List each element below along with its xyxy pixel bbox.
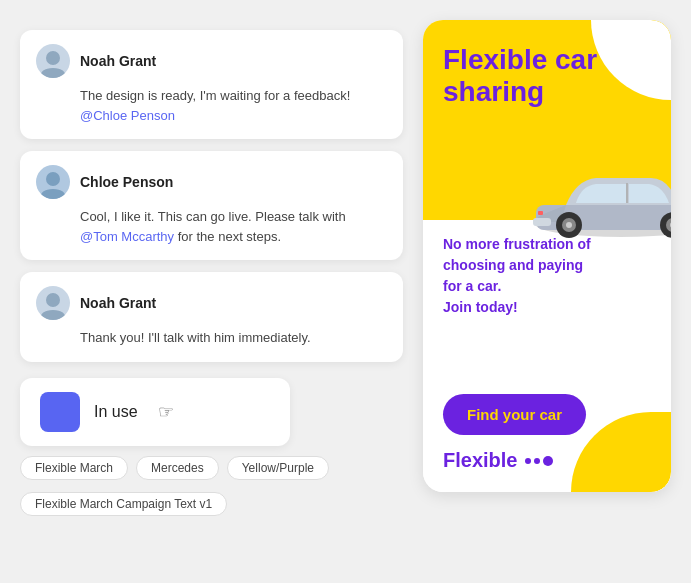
tags-row-2: Flexible March Campaign Text v1 <box>20 490 403 516</box>
tag-campaign-text[interactable]: Flexible March Campaign Text v1 <box>20 492 227 516</box>
promo-brand: Flexible <box>443 449 553 472</box>
svg-point-1 <box>46 172 60 186</box>
chat-text-content-1: The design is ready, I'm waiting for a f… <box>80 88 350 103</box>
mention-chloe[interactable]: @Chloe Penson <box>80 108 175 123</box>
cursor-icon: ☞ <box>158 401 174 423</box>
bottom-controls: In use ☞ Flexible March Mercedes Yellow/… <box>20 378 403 516</box>
chat-name-2: Chloe Penson <box>80 174 173 190</box>
promo-column: Flexible car sharing <box>423 20 671 563</box>
chat-header-1: Noah Grant <box>36 44 387 78</box>
chat-text-after-2: for the next steps. <box>174 229 281 244</box>
svg-rect-15 <box>538 211 543 215</box>
chat-text-3: Thank you! I'll talk with him immediatel… <box>36 328 387 348</box>
avatar-chloe <box>36 165 70 199</box>
tag-yellow-purple[interactable]: Yellow/Purple <box>227 456 329 480</box>
chat-header-2: Chloe Penson <box>36 165 387 199</box>
chat-header-3: Noah Grant <box>36 286 387 320</box>
chat-card-1: Noah Grant The design is ready, I'm wait… <box>20 30 403 139</box>
tags-row: Flexible March Mercedes Yellow/Purple <box>20 456 403 480</box>
avatar-noah-1 <box>36 44 70 78</box>
chat-card-2: Chloe Penson Cool, I like it. This can g… <box>20 151 403 260</box>
brand-decoration <box>525 456 553 466</box>
chat-name-1: Noah Grant <box>80 53 156 69</box>
chat-text-content-3: Thank you! I'll talk with him immediatel… <box>80 330 311 345</box>
avatar-noah-2 <box>36 286 70 320</box>
mention-tom[interactable]: @Tom Mccarthy <box>80 229 174 244</box>
status-icon <box>40 392 80 432</box>
chat-text-before-2: Cool, I like it. This can go live. Pleas… <box>80 209 346 224</box>
status-label: In use <box>94 403 138 421</box>
svg-point-0 <box>46 51 60 65</box>
tag-flexible-march[interactable]: Flexible March <box>20 456 128 480</box>
svg-point-10 <box>566 222 572 228</box>
find-car-button[interactable]: Find your car <box>443 394 586 435</box>
promo-bottom-blob <box>571 412 671 492</box>
promo-bottom: No more frustration of choosing and payi… <box>423 220 671 492</box>
status-box[interactable]: In use ☞ <box>20 378 290 446</box>
chat-text-2: Cool, I like it. This can go live. Pleas… <box>36 207 387 246</box>
promo-card: Flexible car sharing <box>423 20 671 492</box>
chat-name-3: Noah Grant <box>80 295 156 311</box>
svg-point-2 <box>46 293 60 307</box>
tag-mercedes[interactable]: Mercedes <box>136 456 219 480</box>
chat-card-3: Noah Grant Thank you! I'll talk with him… <box>20 272 403 362</box>
svg-rect-7 <box>533 218 551 226</box>
car-image <box>521 150 671 240</box>
chat-text-1: The design is ready, I'm waiting for a f… <box>36 86 387 125</box>
